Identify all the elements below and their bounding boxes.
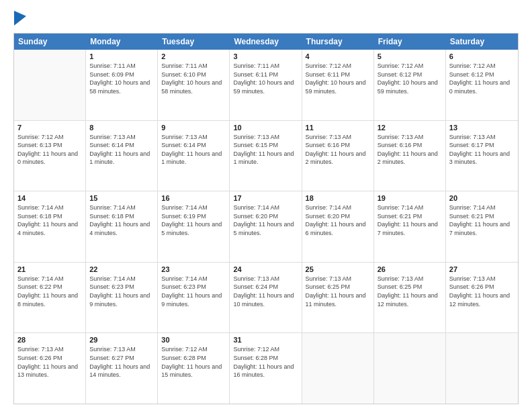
day-number: 15 <box>89 194 154 202</box>
calendar: SundayMondayTuesdayWednesdayThursdayFrid… <box>13 33 519 404</box>
day-number: 31 <box>233 336 298 344</box>
cell-info: Sunrise: 7:12 AM Sunset: 6:12 PM Dayligh… <box>378 62 442 95</box>
header-cell-sunday: Sunday <box>14 34 86 50</box>
cell-info: Sunrise: 7:13 AM Sunset: 6:24 PM Dayligh… <box>233 275 298 308</box>
day-number: 14 <box>17 194 82 202</box>
cell-info: Sunrise: 7:12 AM Sunset: 6:28 PM Dayligh… <box>233 345 298 379</box>
calendar-row-4: 21Sunrise: 7:14 AM Sunset: 6:22 PM Dayli… <box>14 263 518 334</box>
calendar-body: 1Sunrise: 7:11 AM Sunset: 6:09 PM Daylig… <box>14 50 518 404</box>
cell-info: Sunrise: 7:12 AM Sunset: 6:11 PM Dayligh… <box>306 62 370 95</box>
cell-info: Sunrise: 7:14 AM Sunset: 6:20 PM Dayligh… <box>233 203 298 237</box>
cell-info: Sunrise: 7:14 AM Sunset: 6:21 PM Dayligh… <box>449 203 515 237</box>
calendar-cell <box>446 333 518 404</box>
cell-info: Sunrise: 7:13 AM Sunset: 6:17 PM Dayligh… <box>449 133 515 167</box>
calendar-cell: 26Sunrise: 7:13 AM Sunset: 6:25 PM Dayli… <box>374 263 446 333</box>
day-number: 13 <box>449 124 515 132</box>
calendar-cell: 5Sunrise: 7:12 AM Sunset: 6:12 PM Daylig… <box>374 50 446 120</box>
cell-info: Sunrise: 7:13 AM Sunset: 6:26 PM Dayligh… <box>17 345 82 379</box>
cell-info: Sunrise: 7:14 AM Sunset: 6:23 PM Dayligh… <box>161 275 226 308</box>
day-number: 28 <box>17 336 82 344</box>
header-cell-saturday: Saturday <box>446 34 518 50</box>
cell-info: Sunrise: 7:11 AM Sunset: 6:11 PM Dayligh… <box>233 62 298 95</box>
day-number: 6 <box>449 52 515 60</box>
day-number: 27 <box>449 265 515 273</box>
logo-icon <box>14 11 26 26</box>
calendar-cell: 6Sunrise: 7:12 AM Sunset: 6:12 PM Daylig… <box>446 50 518 120</box>
calendar-cell: 30Sunrise: 7:12 AM Sunset: 6:28 PM Dayli… <box>158 333 230 404</box>
calendar-cell <box>374 333 446 404</box>
calendar-cell: 29Sunrise: 7:13 AM Sunset: 6:27 PM Dayli… <box>86 333 158 404</box>
cell-info: Sunrise: 7:14 AM Sunset: 6:23 PM Dayligh… <box>89 275 154 308</box>
header <box>13 11 519 26</box>
header-cell-wednesday: Wednesday <box>230 34 302 50</box>
calendar-row-5: 28Sunrise: 7:13 AM Sunset: 6:26 PM Dayli… <box>14 333 518 404</box>
calendar-cell: 9Sunrise: 7:13 AM Sunset: 6:14 PM Daylig… <box>158 121 230 191</box>
calendar-cell: 10Sunrise: 7:13 AM Sunset: 6:15 PM Dayli… <box>230 121 302 191</box>
day-number: 12 <box>378 124 442 132</box>
day-number: 21 <box>17 265 82 273</box>
day-number: 8 <box>89 124 154 132</box>
cell-info: Sunrise: 7:14 AM Sunset: 6:20 PM Dayligh… <box>306 203 370 237</box>
page: SundayMondayTuesdayWednesdayThursdayFrid… <box>0 0 532 411</box>
header-cell-friday: Friday <box>374 34 446 50</box>
cell-info: Sunrise: 7:11 AM Sunset: 6:10 PM Dayligh… <box>161 62 226 95</box>
calendar-cell <box>14 50 86 120</box>
cell-info: Sunrise: 7:13 AM Sunset: 6:16 PM Dayligh… <box>378 133 442 167</box>
day-number: 5 <box>378 52 442 60</box>
cell-info: Sunrise: 7:14 AM Sunset: 6:22 PM Dayligh… <box>17 275 82 308</box>
calendar-row-1: 1Sunrise: 7:11 AM Sunset: 6:09 PM Daylig… <box>14 50 518 121</box>
cell-info: Sunrise: 7:14 AM Sunset: 6:18 PM Dayligh… <box>17 203 82 237</box>
calendar-cell: 20Sunrise: 7:14 AM Sunset: 6:21 PM Dayli… <box>446 191 518 262</box>
calendar-cell: 12Sunrise: 7:13 AM Sunset: 6:16 PM Dayli… <box>374 121 446 191</box>
svg-marker-0 <box>14 11 26 26</box>
calendar-cell: 21Sunrise: 7:14 AM Sunset: 6:22 PM Dayli… <box>14 263 86 333</box>
cell-info: Sunrise: 7:13 AM Sunset: 6:25 PM Dayligh… <box>378 275 442 308</box>
day-number: 3 <box>233 52 298 60</box>
calendar-cell: 16Sunrise: 7:14 AM Sunset: 6:19 PM Dayli… <box>158 191 230 262</box>
cell-info: Sunrise: 7:14 AM Sunset: 6:19 PM Dayligh… <box>161 203 226 237</box>
calendar-cell: 24Sunrise: 7:13 AM Sunset: 6:24 PM Dayli… <box>230 263 302 333</box>
cell-info: Sunrise: 7:13 AM Sunset: 6:16 PM Dayligh… <box>306 133 370 167</box>
day-number: 1 <box>89 52 154 60</box>
cell-info: Sunrise: 7:12 AM Sunset: 6:12 PM Dayligh… <box>449 62 515 95</box>
header-cell-thursday: Thursday <box>302 34 374 50</box>
day-number: 25 <box>306 265 370 273</box>
cell-info: Sunrise: 7:13 AM Sunset: 6:15 PM Dayligh… <box>233 133 298 167</box>
calendar-cell: 25Sunrise: 7:13 AM Sunset: 6:25 PM Dayli… <box>302 263 374 333</box>
day-number: 10 <box>233 124 298 132</box>
header-cell-tuesday: Tuesday <box>158 34 230 50</box>
day-number: 29 <box>89 336 154 344</box>
calendar-cell: 11Sunrise: 7:13 AM Sunset: 6:16 PM Dayli… <box>302 121 374 191</box>
calendar-header-row: SundayMondayTuesdayWednesdayThursdayFrid… <box>14 34 518 50</box>
day-number: 26 <box>378 265 442 273</box>
cell-info: Sunrise: 7:14 AM Sunset: 6:21 PM Dayligh… <box>378 203 442 237</box>
cell-info: Sunrise: 7:13 AM Sunset: 6:14 PM Dayligh… <box>89 133 154 167</box>
calendar-cell: 4Sunrise: 7:12 AM Sunset: 6:11 PM Daylig… <box>302 50 374 120</box>
calendar-cell <box>302 333 374 404</box>
calendar-cell: 23Sunrise: 7:14 AM Sunset: 6:23 PM Dayli… <box>158 263 230 333</box>
cell-info: Sunrise: 7:11 AM Sunset: 6:09 PM Dayligh… <box>89 62 154 95</box>
calendar-cell: 18Sunrise: 7:14 AM Sunset: 6:20 PM Dayli… <box>302 191 374 262</box>
day-number: 22 <box>89 265 154 273</box>
day-number: 24 <box>233 265 298 273</box>
calendar-cell: 13Sunrise: 7:13 AM Sunset: 6:17 PM Dayli… <box>446 121 518 191</box>
day-number: 4 <box>306 52 370 60</box>
calendar-cell: 1Sunrise: 7:11 AM Sunset: 6:09 PM Daylig… <box>86 50 158 120</box>
day-number: 16 <box>161 194 226 202</box>
day-number: 30 <box>161 336 226 344</box>
calendar-cell: 31Sunrise: 7:12 AM Sunset: 6:28 PM Dayli… <box>230 333 302 404</box>
day-number: 23 <box>161 265 226 273</box>
calendar-cell: 7Sunrise: 7:12 AM Sunset: 6:13 PM Daylig… <box>14 121 86 191</box>
cell-info: Sunrise: 7:14 AM Sunset: 6:18 PM Dayligh… <box>89 203 154 237</box>
calendar-cell: 19Sunrise: 7:14 AM Sunset: 6:21 PM Dayli… <box>374 191 446 262</box>
cell-info: Sunrise: 7:13 AM Sunset: 6:14 PM Dayligh… <box>161 133 226 167</box>
day-number: 2 <box>161 52 226 60</box>
logo <box>13 11 26 26</box>
day-number: 9 <box>161 124 226 132</box>
day-number: 19 <box>378 194 442 202</box>
calendar-cell: 22Sunrise: 7:14 AM Sunset: 6:23 PM Dayli… <box>86 263 158 333</box>
cell-info: Sunrise: 7:13 AM Sunset: 6:25 PM Dayligh… <box>306 275 370 308</box>
calendar-cell: 17Sunrise: 7:14 AM Sunset: 6:20 PM Dayli… <box>230 191 302 262</box>
calendar-cell: 8Sunrise: 7:13 AM Sunset: 6:14 PM Daylig… <box>86 121 158 191</box>
day-number: 18 <box>306 194 370 202</box>
